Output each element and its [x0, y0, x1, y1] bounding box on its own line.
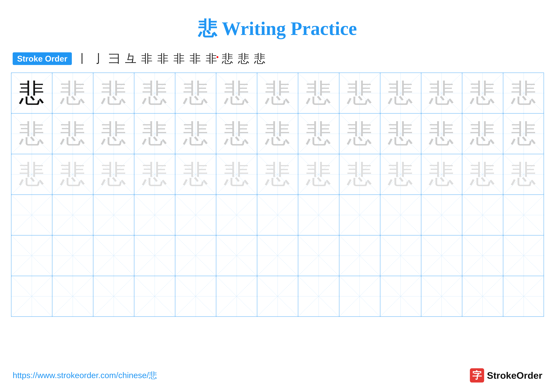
grid-cell-r2c5[interactable]: 悲 [175, 114, 216, 154]
grid-cell-r6c5[interactable] [175, 276, 216, 316]
grid-cell-r3c5[interactable]: 悲 [175, 154, 216, 194]
grid-cell-r2c12[interactable]: 悲 [462, 114, 503, 154]
grid-cell-r5c8[interactable] [298, 235, 339, 276]
grid-cell-r3c6[interactable]: 悲 [216, 154, 257, 194]
grid-cell-r5c2[interactable] [52, 235, 93, 276]
grid-cell-r5c10[interactable] [380, 235, 421, 276]
grid-cell-r4c13[interactable] [503, 195, 544, 235]
grid-cell-r3c9[interactable]: 悲 [339, 154, 380, 194]
practice-char: 悲 [429, 76, 454, 110]
svg-line-82 [93, 195, 134, 235]
grid-cell-r6c1[interactable] [11, 276, 52, 316]
grid-cell-r5c9[interactable] [339, 235, 380, 276]
grid-cell-r6c3[interactable] [93, 276, 134, 316]
grid-cell-r4c12[interactable] [462, 195, 503, 235]
grid-cell-r3c4[interactable]: 悲 [134, 154, 175, 194]
grid-cell-r2c10[interactable]: 悲 [380, 114, 421, 154]
grid-cell-r6c11[interactable] [421, 276, 462, 316]
svg-line-111 [134, 235, 175, 276]
grid-cell-r4c11[interactable] [421, 195, 462, 235]
grid-cell-r4c2[interactable] [52, 195, 93, 235]
grid-cell-r1c5[interactable]: 悲 [175, 73, 216, 113]
footer: https://www.strokeorder.com/chinese/悲 字 … [13, 368, 542, 383]
footer-url: https://www.strokeorder.com/chinese/悲 [13, 370, 157, 381]
grid-cell-r3c12[interactable]: 悲 [462, 154, 503, 194]
svg-line-108 [93, 235, 134, 276]
grid-cell-r3c7[interactable]: 悲 [257, 154, 298, 194]
grid-cell-r1c1[interactable]: 悲 [11, 73, 52, 113]
grid-cell-r4c10[interactable] [380, 195, 421, 235]
grid-cell-r6c7[interactable] [257, 276, 298, 316]
grid-row-1: 悲 悲 悲 悲 悲 悲 悲 悲 [11, 73, 544, 114]
grid-cell-r1c2[interactable]: 悲 [52, 73, 93, 113]
svg-line-95 [339, 195, 380, 235]
grid-cell-r3c8[interactable]: 悲 [298, 154, 339, 194]
grid-cell-r4c6[interactable] [216, 195, 257, 235]
svg-line-147 [339, 276, 380, 316]
practice-char: 悲 [224, 157, 249, 192]
svg-line-104 [11, 235, 52, 276]
grid-cell-r5c13[interactable] [503, 235, 544, 276]
grid-cell-r3c1[interactable]: 悲 [11, 154, 52, 194]
grid-cell-r2c2[interactable]: 悲 [52, 114, 93, 154]
grid-cell-r4c5[interactable] [175, 195, 216, 235]
grid-cell-r1c13[interactable]: 悲 [503, 73, 544, 113]
stroke-step-9: 非 [206, 51, 217, 66]
grid-cell-r3c2[interactable]: 悲 [52, 154, 93, 194]
grid-cell-r1c3[interactable]: 悲 [93, 73, 134, 113]
stroke-step-8: 非 [190, 51, 201, 66]
grid-cell-r2c13[interactable]: 悲 [503, 114, 544, 154]
grid-cell-r6c12[interactable] [462, 276, 503, 316]
page-title: 悲 Writing Practice [0, 0, 555, 42]
grid-cell-r3c13[interactable]: 悲 [503, 154, 544, 194]
practice-char: 悲 [142, 157, 167, 192]
grid-cell-r5c3[interactable] [93, 235, 134, 276]
grid-cell-r4c9[interactable] [339, 195, 380, 235]
grid-cell-r4c1[interactable] [11, 195, 52, 235]
grid-cell-r2c11[interactable]: 悲 [421, 114, 462, 154]
grid-cell-r5c6[interactable] [216, 235, 257, 276]
grid-cell-r4c3[interactable] [93, 195, 134, 235]
grid-cell-r1c9[interactable]: 悲 [339, 73, 380, 113]
grid-cell-r4c7[interactable] [257, 195, 298, 235]
grid-cell-r6c2[interactable] [52, 276, 93, 316]
grid-cell-r4c8[interactable] [298, 195, 339, 235]
grid-cell-r5c1[interactable] [11, 235, 52, 276]
grid-cell-r5c5[interactable] [175, 235, 216, 276]
svg-line-142 [257, 276, 298, 316]
grid-cell-r5c11[interactable] [421, 235, 462, 276]
grid-cell-r5c12[interactable] [462, 235, 503, 276]
grid-cell-r5c4[interactable] [134, 235, 175, 276]
grid-cell-r6c13[interactable] [503, 276, 544, 316]
grid-cell-r2c8[interactable]: 悲 [298, 114, 339, 154]
stroke-step-1: 丨 [77, 51, 88, 66]
grid-cell-r2c9[interactable]: 悲 [339, 114, 380, 154]
grid-cell-r2c3[interactable]: 悲 [93, 114, 134, 154]
svg-line-87 [175, 195, 216, 235]
grid-cell-r1c6[interactable]: 悲 [216, 73, 257, 113]
grid-cell-r1c8[interactable]: 悲 [298, 73, 339, 113]
grid-cell-r1c7[interactable]: 悲 [257, 73, 298, 113]
svg-line-94 [339, 195, 380, 235]
grid-cell-r1c4[interactable]: 悲 [134, 73, 175, 113]
grid-cell-r3c3[interactable]: 悲 [93, 154, 134, 194]
grid-cell-r6c6[interactable] [216, 276, 257, 316]
grid-cell-r2c6[interactable]: 悲 [216, 114, 257, 154]
grid-cell-r6c4[interactable] [134, 276, 175, 316]
grid-cell-r2c1[interactable]: 悲 [11, 114, 52, 154]
practice-char: 悲 [60, 117, 85, 151]
grid-cell-r2c7[interactable]: 悲 [257, 114, 298, 154]
grid-cell-r6c10[interactable] [380, 276, 421, 316]
grid-cell-r3c11[interactable]: 悲 [421, 154, 462, 194]
stroke-step-3: 彐 [109, 51, 120, 66]
grid-cell-r6c9[interactable] [339, 276, 380, 316]
grid-cell-r1c10[interactable]: 悲 [380, 73, 421, 113]
grid-cell-r6c8[interactable] [298, 276, 339, 316]
grid-cell-r5c7[interactable] [257, 235, 298, 276]
grid-cell-r1c12[interactable]: 悲 [462, 73, 503, 113]
svg-line-123 [380, 235, 421, 276]
grid-cell-r4c4[interactable] [134, 195, 175, 235]
grid-cell-r2c4[interactable]: 悲 [134, 114, 175, 154]
grid-cell-r1c11[interactable]: 悲 [421, 73, 462, 113]
grid-cell-r3c10[interactable]: 悲 [380, 154, 421, 194]
